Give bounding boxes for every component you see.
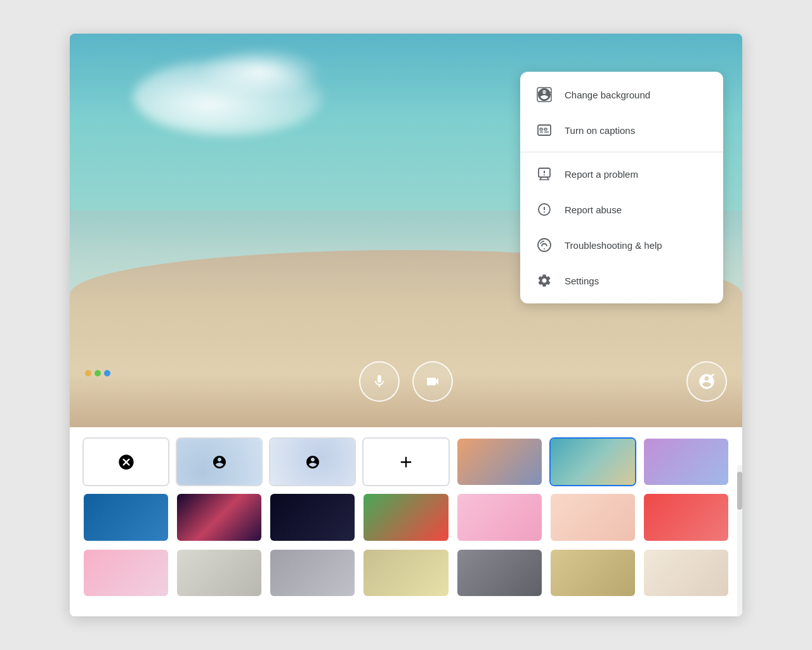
svg-point-12 bbox=[544, 211, 545, 213]
bg-thumb-flowers-red[interactable] bbox=[362, 493, 449, 541]
settings-icon bbox=[535, 272, 553, 289]
menu-label-report-problem: Report a problem bbox=[565, 169, 638, 180]
background-row-2 bbox=[82, 493, 730, 541]
background-row-1 bbox=[82, 437, 730, 486]
svg-rect-4 bbox=[544, 128, 547, 130]
controls-bar bbox=[70, 361, 742, 402]
bg-thumb-galaxy[interactable] bbox=[176, 493, 263, 541]
menu-label-report-abuse: Report abuse bbox=[565, 204, 622, 215]
menu-label-settings: Settings bbox=[565, 275, 599, 286]
video-area: Change background Turn on captions bbox=[70, 34, 742, 427]
report-problem-icon bbox=[535, 165, 553, 183]
bg-thumb-bookshelf-inner bbox=[551, 550, 635, 596]
captions-icon bbox=[535, 121, 553, 139]
svg-rect-3 bbox=[540, 128, 542, 130]
scrollbar-thumb[interactable] bbox=[737, 472, 742, 510]
bg-thumb-flowers-red-inner bbox=[363, 494, 448, 540]
background-section bbox=[70, 427, 742, 616]
bg-thumb-blue-water-inner bbox=[84, 494, 168, 540]
scrollbar-track[interactable] bbox=[737, 465, 742, 616]
svg-line-14 bbox=[711, 375, 714, 377]
bg-thumb-industrial-inner bbox=[457, 550, 542, 596]
bg-thumb-abstract-inner bbox=[270, 550, 355, 596]
bg-thumb-blue-water[interactable] bbox=[82, 493, 169, 541]
bg-thumb-blur1[interactable] bbox=[176, 437, 263, 486]
menu-item-troubleshooting[interactable]: Troubleshooting & help bbox=[520, 227, 723, 263]
bg-thumb-industrial[interactable] bbox=[456, 548, 543, 597]
bg-thumb-flowers-pink-inner bbox=[457, 494, 542, 540]
bg-thumb-fireworks-inner bbox=[270, 494, 355, 540]
more-options-button[interactable] bbox=[686, 361, 727, 402]
bg-thumb-office-inner bbox=[177, 550, 261, 596]
bg-thumb-bright-room[interactable] bbox=[643, 548, 730, 597]
bg-thumb-pink-splash[interactable] bbox=[82, 548, 169, 597]
menu-label-change-background: Change background bbox=[565, 90, 650, 100]
bg-thumb-flowers-pink[interactable] bbox=[456, 493, 543, 541]
bg-thumb-dots-inner bbox=[644, 494, 728, 540]
camera-button[interactable] bbox=[412, 361, 453, 402]
context-menu: Change background Turn on captions bbox=[520, 72, 723, 303]
bg-thumb-sunlit-inner bbox=[363, 550, 448, 596]
bg-thumb-sunset-inner bbox=[457, 439, 542, 485]
bg-thumb-blush-inner bbox=[551, 494, 635, 540]
change-background-icon bbox=[535, 86, 553, 103]
bg-thumb-sunset[interactable] bbox=[456, 437, 543, 486]
svg-point-9 bbox=[544, 175, 545, 176]
bg-thumb-none-inner bbox=[84, 439, 168, 485]
menu-label-troubleshooting: Troubleshooting & help bbox=[565, 240, 662, 251]
bg-thumb-bookshelf[interactable] bbox=[549, 548, 636, 597]
bg-thumb-pink-splash-inner bbox=[84, 550, 168, 596]
report-abuse-icon bbox=[535, 201, 553, 218]
bg-thumb-upload[interactable] bbox=[362, 437, 449, 486]
menu-item-captions[interactable]: Turn on captions bbox=[520, 112, 723, 148]
svg-point-13 bbox=[544, 248, 545, 249]
menu-label-captions: Turn on captions bbox=[565, 125, 635, 136]
troubleshooting-icon bbox=[535, 236, 553, 254]
bg-thumb-purple-inner bbox=[644, 439, 728, 485]
bg-thumb-none[interactable] bbox=[82, 437, 169, 486]
bg-thumb-dots[interactable] bbox=[643, 493, 730, 541]
menu-item-settings[interactable]: Settings bbox=[520, 263, 723, 298]
bg-thumb-sunlit[interactable] bbox=[362, 548, 449, 597]
bg-thumb-fireworks[interactable] bbox=[269, 493, 356, 541]
menu-item-change-background[interactable]: Change background bbox=[520, 77, 723, 112]
bg-thumb-bright-room-inner bbox=[644, 550, 728, 596]
bg-thumb-beach-inner bbox=[551, 439, 635, 485]
menu-item-report-abuse[interactable]: Report abuse bbox=[520, 192, 723, 227]
menu-divider-1 bbox=[520, 152, 723, 152]
bg-thumb-blush[interactable] bbox=[549, 493, 636, 541]
bg-thumb-blur2-inner bbox=[270, 439, 355, 485]
mic-button[interactable] bbox=[359, 361, 400, 402]
menu-item-report-problem[interactable]: Report a problem bbox=[520, 156, 723, 192]
bg-thumb-upload-inner bbox=[363, 439, 448, 485]
bg-thumb-beach[interactable] bbox=[549, 437, 636, 486]
bg-thumb-blur2[interactable] bbox=[269, 437, 356, 486]
bg-thumb-office[interactable] bbox=[176, 548, 263, 597]
beach-clouds2 bbox=[197, 46, 324, 97]
background-row-3 bbox=[82, 548, 730, 597]
bg-thumb-galaxy-inner bbox=[177, 494, 261, 540]
bg-thumb-blur1-inner bbox=[177, 439, 261, 485]
bg-thumb-abstract[interactable] bbox=[269, 548, 356, 597]
bg-thumb-purple-sky[interactable] bbox=[643, 437, 730, 486]
